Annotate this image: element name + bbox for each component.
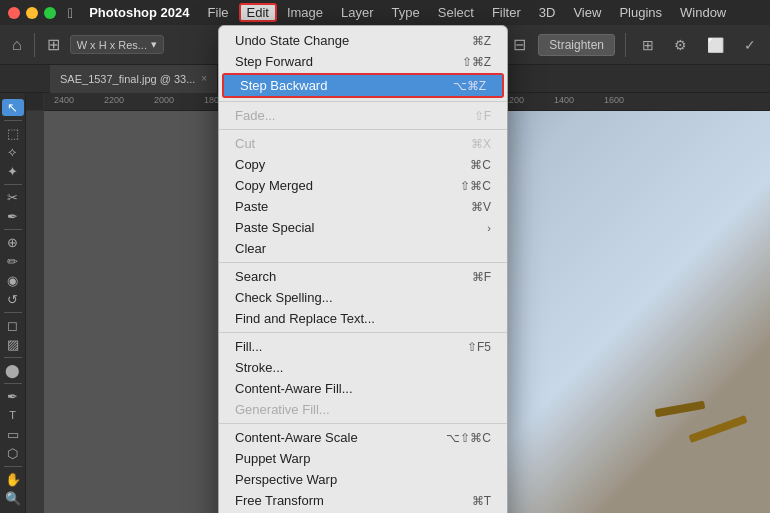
- separator-1: [219, 101, 507, 102]
- expand-icon[interactable]: ⬜: [701, 33, 730, 57]
- tab-close-button[interactable]: ×: [201, 73, 207, 84]
- menu-window[interactable]: Window: [672, 3, 734, 22]
- close-button[interactable]: [8, 7, 20, 19]
- ruler-mark: 2400: [54, 95, 74, 105]
- menu-plugins[interactable]: Plugins: [611, 3, 670, 22]
- minimize-button[interactable]: [26, 7, 38, 19]
- shortcut: ⌘C: [470, 158, 491, 172]
- tool-wand[interactable]: ✦: [2, 163, 24, 180]
- menu-filter[interactable]: Filter: [484, 3, 529, 22]
- ruler-mark: 2200: [104, 95, 124, 105]
- shortcut: ⌘X: [471, 137, 491, 151]
- menu-item-paste[interactable]: Paste ⌘V: [219, 196, 507, 217]
- menu-item-perspective-warp[interactable]: Perspective Warp: [219, 469, 507, 490]
- menu-item-cut: Cut ⌘X: [219, 133, 507, 154]
- menu-item-check-spelling[interactable]: Check Spelling...: [219, 287, 507, 308]
- tool-brush[interactable]: ✏: [2, 253, 24, 270]
- app-name[interactable]: Photoshop 2024: [81, 3, 197, 22]
- tab-label: SAE_1537_final.jpg @ 33...: [60, 73, 195, 85]
- tool-hand[interactable]: ✋: [2, 471, 24, 488]
- menu-item-stroke[interactable]: Stroke...: [219, 357, 507, 378]
- tool-zoom[interactable]: 🔍: [2, 490, 24, 507]
- menu-item-step-backward[interactable]: Step Backward ⌥⌘Z: [224, 75, 502, 96]
- menu-item-paste-special[interactable]: Paste Special ›: [219, 217, 507, 238]
- level-icon: ⊟: [509, 31, 530, 58]
- tool-lasso[interactable]: ⟡: [2, 144, 24, 161]
- tool-gradient[interactable]: ▨: [2, 336, 24, 353]
- ruler-mark: 2000: [154, 95, 174, 105]
- check-icon[interactable]: ✓: [738, 33, 762, 57]
- menu-file[interactable]: File: [200, 3, 237, 22]
- menu-item-label: Check Spelling...: [235, 290, 333, 305]
- tool-move[interactable]: ↖: [2, 99, 24, 116]
- tool-separator-2: [4, 184, 22, 185]
- menu-item-free-transform[interactable]: Free Transform ⌘T: [219, 490, 507, 511]
- menu-item-content-aware-scale[interactable]: Content-Aware Scale ⌥⇧⌘C: [219, 427, 507, 448]
- tool-dodge[interactable]: ⬤: [2, 362, 24, 379]
- tool-heal[interactable]: ⊕: [2, 234, 24, 251]
- menu-item-label: Stroke...: [235, 360, 283, 375]
- document-tab[interactable]: SAE_1537_final.jpg @ 33... ×: [50, 65, 218, 93]
- menu-item-label: Paste: [235, 199, 268, 214]
- tool-clone[interactable]: ◉: [2, 272, 24, 289]
- menu-edit[interactable]: Edit: [239, 3, 277, 22]
- tool-eraser[interactable]: ◻: [2, 317, 24, 334]
- menu-3d[interactable]: 3D: [531, 3, 564, 22]
- menu-item-label: Fade...: [235, 108, 275, 123]
- home-icon[interactable]: ⌂: [8, 32, 26, 58]
- shortcut: ⇧⌘C: [460, 179, 491, 193]
- wood-element-2: [654, 400, 705, 417]
- tool-separator-4: [4, 312, 22, 313]
- menu-item-label: Search: [235, 269, 276, 284]
- crop-icon[interactable]: ⊞: [43, 31, 64, 58]
- tool-shape[interactable]: ⬡: [2, 445, 24, 462]
- shortcut: ⌥⌘Z: [453, 79, 486, 93]
- grid-icon[interactable]: ⊞: [636, 33, 660, 57]
- straighten-button[interactable]: Straighten: [538, 34, 615, 56]
- tool-history-brush[interactable]: ↺: [2, 291, 24, 308]
- menu-item-label: Step Forward: [235, 54, 313, 69]
- menu-item-clear[interactable]: Clear: [219, 238, 507, 259]
- tool-crop[interactable]: ✂: [2, 189, 24, 206]
- shortcut: ⌘Z: [472, 34, 491, 48]
- menu-item-fill[interactable]: Fill... ⇧F5: [219, 336, 507, 357]
- ruler-mark: 1400: [554, 95, 574, 105]
- ratio-dropdown[interactable]: W x H x Res... ▾: [70, 35, 164, 54]
- tool-path[interactable]: ▭: [2, 426, 24, 443]
- menu-select[interactable]: Select: [430, 3, 482, 22]
- menu-item-step-forward[interactable]: Step Forward ⇧⌘Z: [219, 51, 507, 72]
- menu-item-label: Perspective Warp: [235, 472, 337, 487]
- menu-layer[interactable]: Layer: [333, 3, 382, 22]
- shortcut: ⇧F: [474, 109, 491, 123]
- menu-item-content-aware-fill[interactable]: Content-Aware Fill...: [219, 378, 507, 399]
- menu-item-label: Step Backward: [240, 78, 327, 93]
- menu-item-fade: Fade... ⇧F: [219, 105, 507, 126]
- divider-2: [625, 33, 626, 57]
- tool-separator-6: [4, 383, 22, 384]
- menu-item-copy-merged[interactable]: Copy Merged ⇧⌘C: [219, 175, 507, 196]
- menu-item-copy[interactable]: Copy ⌘C: [219, 154, 507, 175]
- menu-item-undo[interactable]: Undo State Change ⌘Z: [219, 30, 507, 51]
- menu-item-label: Copy: [235, 157, 265, 172]
- tool-type[interactable]: T: [2, 407, 24, 424]
- divider-1: [34, 33, 35, 57]
- tool-eyedropper[interactable]: ✒: [2, 208, 24, 225]
- tool-pen[interactable]: ✒: [2, 388, 24, 405]
- menu-image[interactable]: Image: [279, 3, 331, 22]
- tool-select-rect[interactable]: ⬚: [2, 125, 24, 142]
- menu-item-label: Find and Replace Text...: [235, 311, 375, 326]
- menu-item-find-replace[interactable]: Find and Replace Text...: [219, 308, 507, 329]
- menu-item-search[interactable]: Search ⌘F: [219, 266, 507, 287]
- menu-item-puppet-warp[interactable]: Puppet Warp: [219, 448, 507, 469]
- shortcut: ⌘F: [472, 270, 491, 284]
- maximize-button[interactable]: [44, 7, 56, 19]
- ruler-mark: 1600: [604, 95, 624, 105]
- menu-bar:  Photoshop 2024 File Edit Image Layer T…: [0, 0, 770, 25]
- settings-icon[interactable]: ⚙: [668, 33, 693, 57]
- menu-item-label: Content-Aware Fill...: [235, 381, 353, 396]
- menu-type[interactable]: Type: [384, 3, 428, 22]
- separator-4: [219, 332, 507, 333]
- tool-separator-7: [4, 466, 22, 467]
- menu-item-label: Generative Fill...: [235, 402, 330, 417]
- menu-view[interactable]: View: [565, 3, 609, 22]
